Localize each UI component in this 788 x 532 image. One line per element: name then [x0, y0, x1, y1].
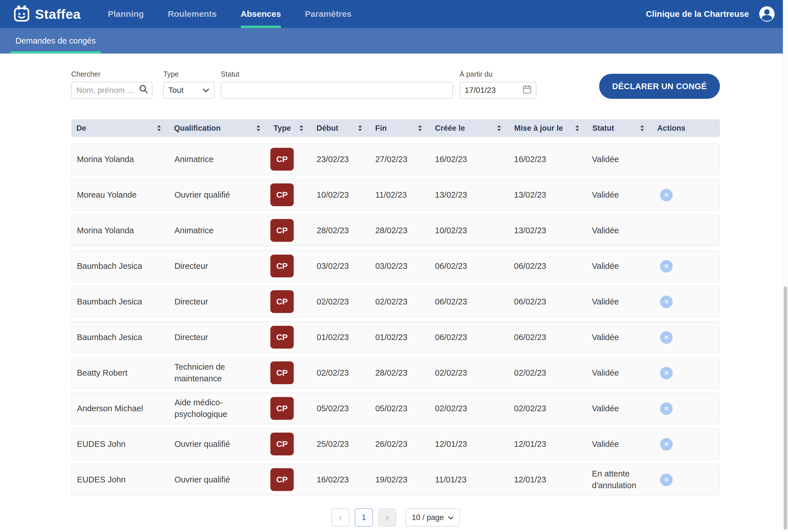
- cell-fin: 19/02/23: [370, 474, 430, 486]
- cell-qualification: Ouvrier qualifié: [169, 189, 268, 201]
- leave-type-badge: CP: [270, 148, 294, 171]
- nav-item-absences[interactable]: Absences: [241, 0, 281, 28]
- column-header-creee-le[interactable]: Créée le: [430, 124, 509, 133]
- close-icon: ✕: [664, 370, 669, 376]
- cancel-request-button[interactable]: ✕: [660, 474, 673, 486]
- search-input[interactable]: [71, 82, 153, 99]
- scrollbar-thumb[interactable]: [784, 286, 787, 530]
- cancel-request-button[interactable]: ✕: [660, 367, 673, 379]
- close-icon: ✕: [664, 334, 669, 341]
- close-icon: ✕: [664, 441, 669, 448]
- cell-de: EUDES John: [72, 474, 169, 486]
- sort-icon: [156, 124, 161, 132]
- cell-creee-le: 06/02/23: [430, 260, 509, 272]
- declare-leave-button[interactable]: DÉCLARER UN CONGÉ: [599, 74, 720, 99]
- cell-de: EUDES John: [72, 438, 169, 450]
- scrollbar-track[interactable]: [783, 0, 788, 532]
- cell-mise-a-jour-le: 06/02/23: [509, 296, 587, 308]
- cancel-request-button[interactable]: ✕: [660, 438, 673, 451]
- cancel-request-button[interactable]: ✕: [660, 189, 673, 201]
- cell-actions: ✕: [652, 260, 720, 273]
- chevron-down-icon: [202, 86, 210, 95]
- cancel-request-button[interactable]: ✕: [660, 331, 673, 344]
- staffea-logo-icon: [13, 4, 31, 23]
- statut-filter-input[interactable]: [221, 82, 453, 99]
- column-header-qualification[interactable]: Qualification: [169, 124, 268, 133]
- cell-fin: 27/02/23: [370, 154, 430, 165]
- cell-type: CP: [269, 361, 312, 384]
- nav-item-planning[interactable]: Planning: [108, 0, 144, 28]
- tab-demandes-de-conges[interactable]: Demandes de congés: [10, 28, 101, 54]
- cell-statut: Validée: [587, 154, 652, 165]
- cell-qualification: Technicien de maintenance: [169, 361, 268, 384]
- cell-qualification: Ouvrier qualifié: [169, 474, 268, 486]
- type-select[interactable]: Tout: [163, 82, 215, 99]
- page-1-button[interactable]: 1: [355, 508, 373, 527]
- search-label: Chercher: [71, 70, 153, 78]
- cancel-request-button[interactable]: ✕: [660, 296, 673, 308]
- cell-creee-le: 02/02/23: [430, 367, 509, 379]
- table-row: Beatty Robert Technicien de maintenance …: [71, 357, 720, 389]
- cell-mise-a-jour-le: 16/02/23: [509, 154, 587, 165]
- type-label: Type: [163, 70, 215, 78]
- column-header-fin[interactable]: Fin: [370, 124, 430, 133]
- next-page-button[interactable]: ›: [378, 508, 396, 527]
- cell-type: CP: [269, 326, 312, 349]
- cell-debut: 02/02/23: [312, 367, 370, 379]
- cell-debut: 05/02/23: [312, 403, 370, 414]
- cell-statut: Validée: [587, 296, 652, 308]
- cell-fin: 01/02/23: [370, 332, 430, 343]
- column-header-mise-a-jour-le[interactable]: Mise à jour le: [509, 124, 587, 133]
- cell-fin: 02/02/23: [370, 296, 430, 308]
- leave-type-badge: CP: [270, 361, 294, 384]
- cell-creee-le: 06/02/23: [430, 332, 509, 343]
- leave-type-badge: CP: [270, 183, 294, 206]
- top-navbar: Staffea Planning Roulements Absences Par…: [0, 0, 788, 28]
- column-header-de[interactable]: De: [71, 124, 169, 133]
- nav-item-parametres[interactable]: Paramètres: [305, 0, 351, 28]
- column-header-type[interactable]: Type: [268, 124, 311, 133]
- clinic-name: Clinique de la Chartreuse: [646, 9, 749, 19]
- cell-debut: 16/02/23: [312, 474, 370, 486]
- cell-qualification: Ouvrier qualifié: [169, 438, 268, 450]
- cell-fin: 05/02/23: [370, 403, 430, 414]
- close-icon: ✕: [664, 192, 669, 198]
- cell-statut: En attente d'annulation: [587, 468, 652, 491]
- column-header-statut[interactable]: Statut: [587, 124, 652, 133]
- cell-creee-le: 06/02/23: [430, 296, 509, 308]
- cell-fin: 03/02/23: [370, 260, 430, 272]
- per-page-value: 10 / page: [412, 513, 444, 522]
- cell-debut: 28/02/23: [312, 225, 370, 236]
- leave-type-badge: CP: [270, 219, 294, 242]
- cell-actions: ✕: [652, 367, 720, 379]
- table-body: Morina Yolanda Animatrice CP 23/02/23 27…: [71, 143, 720, 495]
- cell-type: CP: [269, 433, 312, 455]
- sort-icon: [417, 124, 422, 132]
- close-icon: ✕: [664, 476, 669, 483]
- table-row: Anderson Michael Aide médico-psychologiq…: [71, 392, 720, 425]
- cancel-request-button[interactable]: ✕: [660, 260, 673, 273]
- cell-statut: Validée: [587, 260, 652, 272]
- date-input[interactable]: [465, 86, 510, 95]
- cell-statut: Validée: [587, 189, 652, 201]
- cell-debut: 10/02/23: [312, 189, 370, 201]
- user-avatar[interactable]: [759, 6, 775, 22]
- sub-navbar: Demandes de congés: [0, 28, 788, 54]
- main-content: Chercher Type Tout Statut: [0, 54, 788, 527]
- per-page-select[interactable]: 10 / page: [406, 508, 460, 527]
- column-header-debut[interactable]: Début: [311, 124, 370, 133]
- cell-qualification: Directeur: [169, 260, 268, 272]
- brand-logo[interactable]: Staffea: [13, 4, 81, 23]
- table-row: EUDES John Ouvrier qualifié CP 16/02/23 …: [71, 464, 720, 495]
- date-picker[interactable]: [459, 82, 536, 99]
- cell-type: CP: [269, 148, 312, 171]
- cell-qualification: Animatrice: [169, 225, 268, 236]
- leave-type-badge: CP: [270, 433, 294, 455]
- cell-de: Baumbach Jesica: [72, 332, 169, 343]
- cancel-request-button[interactable]: ✕: [660, 402, 673, 415]
- prev-page-button[interactable]: ‹: [331, 508, 350, 527]
- pagination: ‹ 1 › 10 / page: [71, 508, 720, 527]
- cell-fin: 28/02/23: [370, 225, 430, 236]
- cell-creee-le: 10/02/23: [430, 225, 509, 236]
- nav-item-roulements[interactable]: Roulements: [168, 0, 217, 28]
